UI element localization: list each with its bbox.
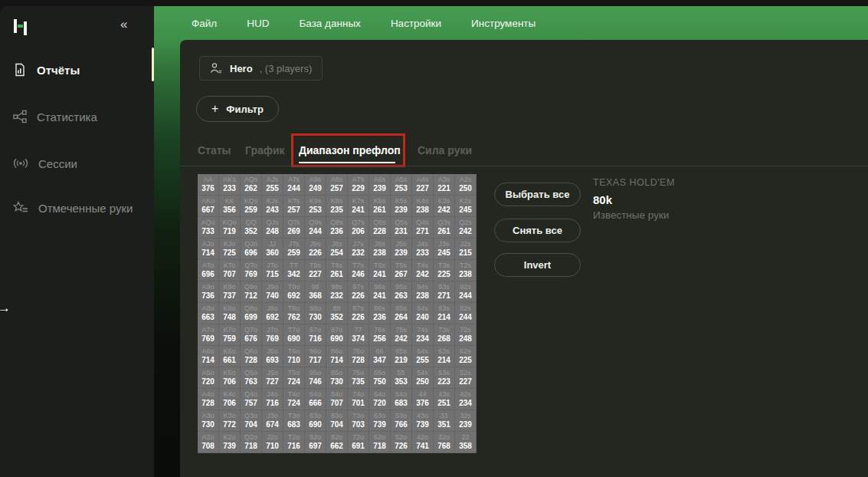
tab-hand-strength[interactable]: Сила руки <box>418 144 472 156</box>
matrix-cell-A3o[interactable]: A3o730 <box>198 410 219 432</box>
matrix-cell-Q9o[interactable]: Q9o712 <box>241 281 262 303</box>
matrix-cell-T7s[interactable]: T7s246 <box>348 260 369 281</box>
deselect-all-button[interactable]: Снять все <box>494 219 581 242</box>
sidebar-item-reports[interactable]: Отчёты <box>0 57 154 83</box>
matrix-cell-J2o[interactable]: J2o710 <box>262 432 283 453</box>
matrix-cell-63o[interactable]: 63o739 <box>369 410 391 432</box>
matrix-cell-K5o[interactable]: K5o706 <box>219 367 241 389</box>
matrix-cell-Q5s[interactable]: Q5s231 <box>391 217 412 238</box>
matrix-cell-QJs[interactable]: QJs248 <box>262 217 283 238</box>
matrix-cell-A3s[interactable]: A3s221 <box>434 174 455 196</box>
matrix-cell-63s[interactable]: 63s214 <box>434 346 455 367</box>
matrix-cell-73o[interactable]: 73o703 <box>348 410 369 432</box>
matrix-cell-Q2o[interactable]: Q2o718 <box>241 432 262 453</box>
matrix-cell-A4s[interactable]: A4s227 <box>412 174 434 196</box>
matrix-cell-T9s[interactable]: T9s227 <box>305 260 326 281</box>
matrix-cell-64s[interactable]: 64s255 <box>412 346 434 367</box>
matrix-cell-98o[interactable]: 98o730 <box>305 303 326 324</box>
tab-graph[interactable]: График <box>245 144 285 156</box>
matrix-cell-76o[interactable]: 76o728 <box>348 346 369 367</box>
matrix-cell-42s[interactable]: 42s234 <box>455 389 477 410</box>
matrix-cell-J2s[interactable]: J2s215 <box>455 238 477 260</box>
matrix-cell-62o[interactable]: 62o718 <box>369 432 391 453</box>
matrix-cell-84s[interactable]: 84s240 <box>412 303 434 324</box>
matrix-cell-T4o[interactable]: T4o724 <box>283 389 305 410</box>
matrix-cell-88[interactable]: 88352 <box>326 303 348 324</box>
matrix-cell-KJs[interactable]: KJs243 <box>262 196 283 217</box>
matrix-cell-A5s[interactable]: A5s253 <box>391 174 412 196</box>
matrix-cell-Q9s[interactable]: Q9s244 <box>305 217 326 238</box>
matrix-cell-95o[interactable]: 95o746 <box>305 367 326 389</box>
matrix-cell-55[interactable]: 55353 <box>391 367 412 389</box>
matrix-cell-87o[interactable]: 87o690 <box>326 324 348 346</box>
matrix-cell-KTo[interactable]: KTo707 <box>219 260 241 281</box>
player-filter-chip[interactable]: # Hero, (3 players) <box>199 56 323 81</box>
matrix-cell-K6o[interactable]: K6o661 <box>219 346 241 367</box>
matrix-cell-33[interactable]: 33351 <box>434 410 455 432</box>
matrix-cell-K9o[interactable]: K9o737 <box>219 281 241 303</box>
matrix-cell-JTs[interactable]: JTs259 <box>283 238 305 260</box>
matrix-cell-42o[interactable]: 42o741 <box>412 432 434 453</box>
matrix-cell-ATo[interactable]: ATo696 <box>198 260 219 281</box>
matrix-cell-Q3s[interactable]: Q3s261 <box>434 217 455 238</box>
matrix-cell-J3o[interactable]: J3o674 <box>262 410 283 432</box>
matrix-cell-A6s[interactable]: A6s239 <box>369 174 391 196</box>
matrix-cell-K9s[interactable]: K9s253 <box>305 196 326 217</box>
matrix-cell-K2o[interactable]: K2o739 <box>219 432 241 453</box>
matrix-cell-22[interactable]: 22358 <box>455 432 477 453</box>
matrix-cell-KTs[interactable]: KTs257 <box>283 196 305 217</box>
matrix-cell-Q8o[interactable]: Q8o699 <box>241 303 262 324</box>
matrix-cell-98s[interactable]: 98s232 <box>326 281 348 303</box>
matrix-cell-Q5o[interactable]: Q5o763 <box>241 367 262 389</box>
matrix-cell-66[interactable]: 66347 <box>369 346 391 367</box>
matrix-cell-Q6s[interactable]: Q6s228 <box>369 217 391 238</box>
matrix-cell-K8s[interactable]: K8s235 <box>326 196 348 217</box>
matrix-cell-65s[interactable]: 65s219 <box>391 346 412 367</box>
matrix-cell-94o[interactable]: 94o666 <box>305 389 326 410</box>
matrix-cell-97o[interactable]: 97o716 <box>305 324 326 346</box>
matrix-cell-44[interactable]: 44376 <box>412 389 434 410</box>
matrix-cell-TT[interactable]: TT342 <box>283 260 305 281</box>
matrix-cell-KJo[interactable]: KJo725 <box>219 238 241 260</box>
matrix-cell-Q7o[interactable]: Q7o676 <box>241 324 262 346</box>
add-filter-button[interactable]: + Фильтр <box>196 96 279 122</box>
matrix-cell-73s[interactable]: 73s268 <box>434 324 455 346</box>
matrix-cell-JTo[interactable]: JTo715 <box>262 260 283 281</box>
matrix-cell-QJo[interactable]: QJo696 <box>241 238 262 260</box>
matrix-cell-54s[interactable]: 54s250 <box>412 367 434 389</box>
matrix-cell-KQo[interactable]: KQo719 <box>219 217 241 238</box>
matrix-cell-T7o[interactable]: T7o690 <box>283 324 305 346</box>
matrix-cell-K3o[interactable]: K3o772 <box>219 410 241 432</box>
matrix-cell-86s[interactable]: 86s236 <box>369 303 391 324</box>
matrix-cell-K7o[interactable]: K7o759 <box>219 324 241 346</box>
matrix-cell-QQ[interactable]: QQ352 <box>241 217 262 238</box>
sidebar-collapse-icon[interactable]: « <box>120 17 127 32</box>
matrix-cell-93o[interactable]: 93o690 <box>305 410 326 432</box>
matrix-cell-87s[interactable]: 87s226 <box>348 303 369 324</box>
matrix-cell-A5o[interactable]: A5o720 <box>198 367 219 389</box>
matrix-cell-82s[interactable]: 82s244 <box>455 303 477 324</box>
matrix-cell-T6o[interactable]: T6o710 <box>283 346 305 367</box>
matrix-cell-K6s[interactable]: K6s261 <box>369 196 391 217</box>
menu-item-file[interactable]: Файл <box>192 18 217 29</box>
matrix-cell-QTo[interactable]: QTo769 <box>241 260 262 281</box>
sidebar-item-sessions[interactable]: Сессии <box>0 150 154 176</box>
matrix-cell-AQs[interactable]: AQs262 <box>241 174 262 196</box>
matrix-cell-84o[interactable]: 84o707 <box>326 389 348 410</box>
matrix-cell-62s[interactable]: 62s225 <box>455 346 477 367</box>
matrix-cell-A6o[interactable]: A6o714 <box>198 346 219 367</box>
matrix-cell-K4s[interactable]: K4s238 <box>412 196 434 217</box>
matrix-cell-A9o[interactable]: A9o736 <box>198 281 219 303</box>
matrix-cell-53o[interactable]: 53o766 <box>391 410 412 432</box>
matrix-cell-52s[interactable]: 52s227 <box>455 367 477 389</box>
matrix-cell-52o[interactable]: 52o726 <box>391 432 412 453</box>
matrix-cell-43s[interactable]: 43s251 <box>434 389 455 410</box>
matrix-cell-J8s[interactable]: J8s254 <box>326 238 348 260</box>
matrix-cell-KQs[interactable]: KQs259 <box>241 196 262 217</box>
matrix-cell-T8o[interactable]: T8o762 <box>283 303 305 324</box>
matrix-cell-JJ[interactable]: JJ360 <box>262 238 283 260</box>
matrix-cell-QTs[interactable]: QTs269 <box>283 217 305 238</box>
matrix-cell-J6s[interactable]: J6s238 <box>369 238 391 260</box>
matrix-cell-J5o[interactable]: J5o727 <box>262 367 283 389</box>
matrix-cell-T8s[interactable]: T8s261 <box>326 260 348 281</box>
